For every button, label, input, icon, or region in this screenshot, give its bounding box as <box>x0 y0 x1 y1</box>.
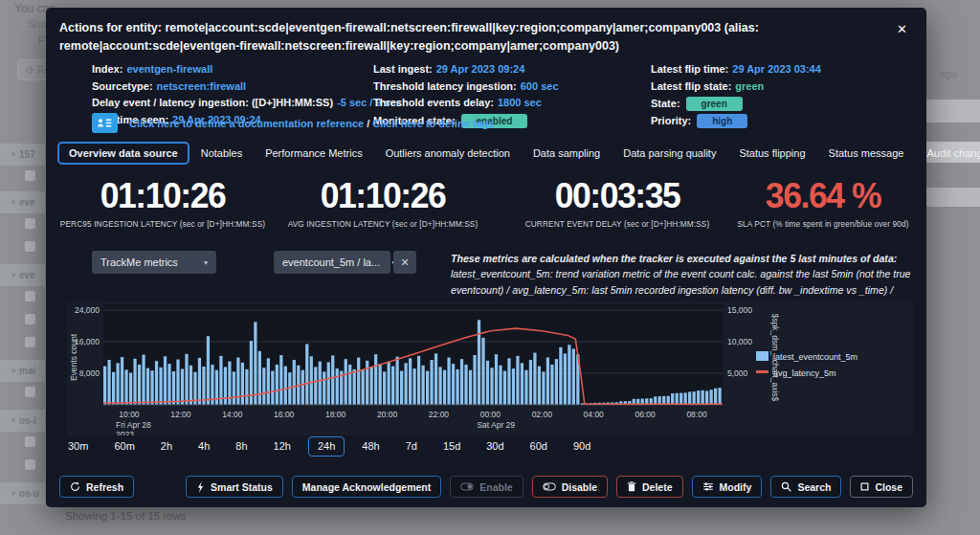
tab-data-parsing-quality[interactable]: Data parsing quality <box>612 142 727 165</box>
info-label: Latest flip time: <box>651 63 728 75</box>
backdrop-text: Showing 1-15 of 15 rows <box>65 510 187 522</box>
kpi-caption: SLA PCT (% time spent in green/blue over… <box>713 219 933 229</box>
toggle-on-icon <box>460 482 474 491</box>
svg-text:16:00: 16:00 <box>274 410 295 419</box>
timerange-30m[interactable]: 30m <box>59 435 97 457</box>
delete-button[interactable]: Delete <box>616 476 683 498</box>
info-item: Threshold latency ingestion:600 sec <box>373 80 559 98</box>
close-icon[interactable]: ✕ <box>891 21 913 37</box>
search-icon <box>781 481 791 492</box>
metric-select[interactable]: eventcount_5m / la... ▾ <box>274 251 390 274</box>
trackme-metrics-select[interactable]: TrackMe metrics ▾ <box>92 251 216 274</box>
timerange-12h[interactable]: 12h <box>265 435 300 457</box>
backdrop-text: se <box>932 175 944 187</box>
svg-text:08:00: 08:00 <box>686 410 707 419</box>
button-label: Delete <box>642 481 673 493</box>
status-badge: high <box>697 114 747 128</box>
kpi-block: 00:03:35CURRENT EVENT DELAY (sec or [D+]… <box>507 176 727 229</box>
backdrop-text: ago <box>940 68 957 79</box>
modal-tabs: Overview data sourceNotablesPerformance … <box>57 142 980 165</box>
svg-text:15,000: 15,000 <box>727 305 752 315</box>
button-label: Smart Status <box>211 481 273 493</box>
timerange-4h[interactable]: 4h <box>189 435 218 457</box>
svg-text:06:00: 06:00 <box>635 410 656 419</box>
kpi-block: 01:10:26PERC95 INGESTION LATENCY (sec or… <box>53 176 273 229</box>
modal-title: Actions for entity: remote|account:scde|… <box>59 19 894 56</box>
info-value: 29 Apr 2023 09:24 <box>436 63 525 75</box>
chart-svg: 8,0005,00016,00010,00024,00015,00010:00F… <box>67 301 913 435</box>
button-label: Disable <box>562 481 597 493</box>
svg-text:10:00: 10:00 <box>119 410 140 419</box>
backdrop-checkbox <box>25 291 35 301</box>
timerange-2h[interactable]: 2h <box>152 435 181 457</box>
modify-button[interactable]: Modify <box>692 476 763 498</box>
tab-notables[interactable]: Notables <box>189 142 254 165</box>
info-item: Delay event / latency ingestion: ([D+]HH… <box>92 97 402 114</box>
tab-outliers-anomaly-detection[interactable]: Outliers anomaly detection <box>374 142 522 165</box>
info-value: 1800 sec <box>498 97 542 108</box>
info-item: Latest flip state:green <box>651 80 821 98</box>
tab-performance-metrics[interactable]: Performance Metrics <box>254 142 373 165</box>
status-badge: green <box>686 97 743 111</box>
refresh-icon <box>70 481 80 492</box>
info-column: Latest flip time:29 Apr 2023 03:44Latest… <box>651 63 821 130</box>
backdrop-checkbox <box>25 170 35 181</box>
backdrop-group-row: ▾os-l <box>0 410 45 432</box>
timerange-90d[interactable]: 90d <box>565 435 599 457</box>
disable-button[interactable]: Disable <box>532 476 608 498</box>
timerange-60m[interactable]: 60m <box>105 435 143 457</box>
button-label: Close <box>875 481 902 493</box>
entity-actions-modal: Actions for entity: remote|account:scde|… <box>46 8 926 507</box>
svg-text:Sat Apr 29: Sat Apr 29 <box>477 420 515 430</box>
backdrop-group-row: ▾eve <box>0 191 45 213</box>
svg-text:10,000: 10,000 <box>727 337 752 346</box>
button-label: Modify <box>720 481 752 493</box>
tab-audit-changes[interactable]: Audit changes <box>915 142 980 165</box>
smart-status-button[interactable]: Smart Status <box>186 476 283 498</box>
info-item: State:green <box>651 97 821 114</box>
doc-links: Click here to define a documentation ref… <box>129 118 494 129</box>
kpi-value: 01:10:26 <box>57 176 269 216</box>
backdrop-group-row: ▾mai <box>0 360 45 382</box>
metrics-note-bold: These metrics are calculated when the tr… <box>451 253 897 264</box>
backdrop-checkbox <box>25 218 35 229</box>
timerange-7d[interactable]: 7d <box>397 435 426 457</box>
info-item: Index:eventgen-firewall <box>92 63 402 80</box>
timerange-24h[interactable]: 24h <box>308 436 345 457</box>
metric-remove-button[interactable]: ✕ <box>393 251 416 274</box>
button-label: Enable <box>479 481 512 493</box>
search-button[interactable]: Search <box>770 476 841 498</box>
toggle-off-icon <box>543 482 556 491</box>
timerange-15d[interactable]: 15d <box>434 435 469 457</box>
kpi-value: 36.64 % <box>718 176 929 216</box>
define-documentation-link[interactable]: Click here to define a documentation ref… <box>129 118 364 129</box>
modal-footer-buttons: Refresh Smart StatusManage Acknowledgeme… <box>59 476 913 498</box>
info-value: eventgen-firewall <box>126 63 212 75</box>
timerange-8h[interactable]: 8h <box>227 435 256 457</box>
manage-acknowledgement-button[interactable]: Manage Acknowledgement <box>292 476 441 498</box>
info-value: green <box>735 80 764 92</box>
info-label: Delay event / latency ingestion: ([D+]HH… <box>92 97 333 108</box>
timerange-60d[interactable]: 60d <box>522 435 556 457</box>
close-button[interactable]: Close <box>850 476 913 498</box>
tab-status-message[interactable]: Status message <box>817 142 916 165</box>
tab-data-sampling[interactable]: Data sampling <box>522 142 612 165</box>
define-tags-link[interactable]: Click here to define tags <box>372 118 494 129</box>
svg-text:22:00: 22:00 <box>429 410 450 419</box>
info-label: State: <box>651 98 680 109</box>
tab-overview-data-source[interactable]: Overview data source <box>57 142 189 165</box>
legend-swatch-line <box>756 370 768 373</box>
button-label: Refresh <box>86 481 123 493</box>
refresh-button[interactable]: Refresh <box>59 476 134 498</box>
tab-status-flipping[interactable]: Status flipping <box>727 142 816 165</box>
bolt-icon <box>196 481 205 493</box>
enable-button: Enable <box>450 476 523 498</box>
info-label: Index: <box>92 63 122 75</box>
info-label: Threshold latency ingestion: <box>373 80 517 92</box>
documentation-line: Click here to define a documentation ref… <box>92 113 494 133</box>
kpi-value: 01:10:26 <box>278 176 489 216</box>
info-label: Priority: <box>651 115 691 126</box>
timerange-30d[interactable]: 30d <box>478 435 512 457</box>
info-value: netscreen:firewall <box>157 80 247 92</box>
timerange-48h[interactable]: 48h <box>353 435 388 457</box>
